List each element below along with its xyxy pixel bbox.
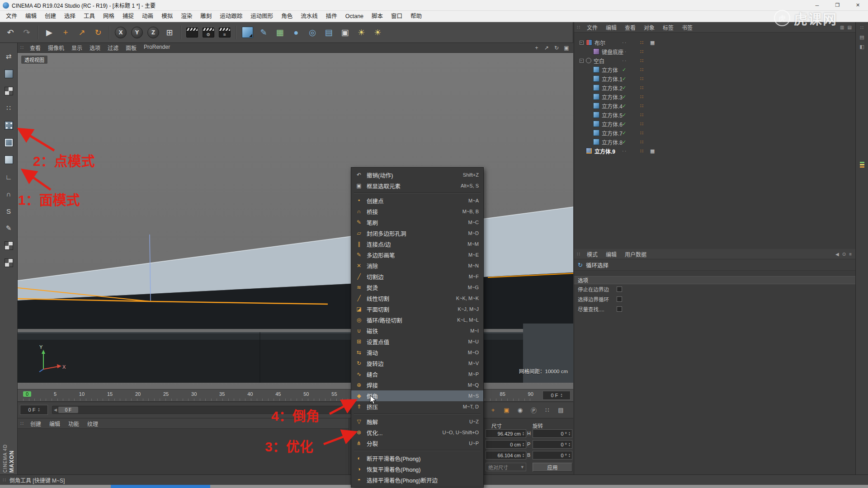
visibility-toggle[interactable]: ✓ [622,94,626,100]
convert-to-editable-button[interactable]: ⇄ [1,48,16,65]
visibility-toggle[interactable]: ✓ [622,103,626,109]
live-selection-button[interactable]: ▶ [42,24,57,41]
polygons-mode-button[interactable] [1,151,16,168]
menubar-item[interactable]: 窗口 [387,11,406,22]
viewport-menu-item[interactable]: 过滤 [104,44,122,52]
loop-path-cut[interactable]: ◎ 循环/路径切割 K~L, M~L [351,314,483,325]
zoom-view-button[interactable]: ↗ [542,44,551,52]
size-y-field[interactable]: 0 cm▴▾ [486,440,526,449]
object-name[interactable]: 立方体.6 [602,120,623,128]
object-row[interactable]: 立方体.6 ✓ ∷ [574,119,855,128]
layer-dots-icon[interactable]: ∷ [640,148,643,154]
floor-button[interactable]: ▤ [321,24,336,41]
slider-left-arrow-icon[interactable]: ◀ [52,408,58,412]
break-phong-shading[interactable]: ◐ 断开平滑着色(Phong) [351,453,483,464]
close-button[interactable]: ✕ [848,0,868,11]
pla-record-button[interactable]: ∷ [542,405,552,415]
spline-pen-button[interactable]: ✎ [256,24,271,41]
set-point-value[interactable]: ⊞ 设置点值 M~U [351,336,483,347]
texture-edit-button[interactable] [1,254,16,271]
object-name[interactable]: 立方体.4 [602,102,623,110]
spinner-icon[interactable]: ▴▾ [38,408,39,412]
deformer-button[interactable]: ◎ [305,24,320,41]
size-mode-dropdown[interactable]: 绝对尺寸 ▾ [486,463,526,471]
timeline-end-field[interactable]: 0 F ▴▾ [542,391,571,400]
subdivision-surface-button[interactable]: ▦ [272,24,288,41]
menubar-item[interactable]: 捕捉 [118,11,138,22]
visibility-toggle[interactable]: ✓ [622,121,626,127]
brush[interactable]: ✎ 笔刷 M~C [351,217,483,228]
record-options-button[interactable]: ▤ [556,405,566,415]
layer-dots-icon[interactable]: ∷ [640,139,643,145]
object-row[interactable]: 立方体.8 ✓ ∷ [574,137,855,146]
viewport-menu-item[interactable]: 选项 [86,44,104,52]
visibility-toggle[interactable]: ✓ [622,67,626,73]
menubar-item[interactable]: 创建 [41,11,60,22]
menubar-item[interactable]: 流水线 [297,11,322,22]
object-name[interactable]: 立方体.1 [602,75,623,83]
light-button-2[interactable]: ☀ [370,24,385,41]
connect-points-edges[interactable]: ∥ 连接点/边 M~M [351,239,483,249]
object-row[interactable]: − 空白 ·· ∷ [574,56,855,65]
viewport-canvas[interactable]: Y X 透视视图 网格间距：10000 cm [18,53,573,389]
workplane-mode-button[interactable]: ∟ [1,169,16,185]
object-name[interactable]: 立方体.9 [594,147,615,155]
object-row[interactable]: 立方体.4 ✓ ∷ [574,101,855,110]
magnet[interactable]: ∪ 磁铁 M~I [351,325,483,336]
object-row[interactable]: 立方体.9 ·· ∷ ▦ [574,146,855,155]
visibility-toggle[interactable]: ✓ [622,76,626,82]
rotation-b-field[interactable]: 0 °▴▾ [533,451,572,460]
object-name[interactable]: 立方体.8 [602,138,623,146]
enable-snap-button[interactable]: S [1,203,16,219]
visibility-toggle[interactable]: ✓ [622,130,626,136]
layer-dots-icon[interactable]: ∷ [640,76,643,82]
light-button[interactable]: ☀ [354,24,369,41]
object-name[interactable]: 键盘底座 [602,48,623,56]
viewport-menu-item[interactable]: 摄像机 [44,44,68,52]
option-checkbox[interactable] [617,286,622,292]
menubar-item[interactable]: 文件 [2,11,21,22]
record-button[interactable]: + [488,405,498,415]
separator[interactable] [109,26,110,39]
object-row[interactable]: − 布尔 ·· ∷ ▦ [574,38,855,47]
layer-dots-icon[interactable]: ∷ [640,67,643,73]
object-manager-menu-item[interactable]: 文件 [583,23,602,31]
iron[interactable]: ≋ 熨烫 M~G [351,282,483,293]
panel-tab-icon[interactable]: ◧ [859,44,864,50]
size-x-field[interactable]: 96.429 cm▴▾ [486,429,526,438]
material-menu-item[interactable]: 创建 [26,420,45,427]
expand-toggle[interactable]: − [580,41,584,45]
paint-tool-button[interactable]: ✎ [1,220,16,236]
autokey-button[interactable]: ▣ [501,405,512,415]
object-name[interactable]: 空白 [594,57,604,65]
object-name[interactable]: 立方体.7 [602,129,623,137]
visibility-toggle[interactable]: ·· [622,49,627,54]
viewport-menu-item[interactable]: ProRender [140,44,174,52]
menubar-item[interactable]: 选择 [60,11,80,22]
options-section-header[interactable]: 选项 [574,276,855,284]
render-settings-button[interactable]: ⚙ [201,24,216,41]
option-checkbox[interactable] [617,306,622,312]
unbreak-phong-shading[interactable]: ◑ 恢复平滑着色(Phong) [351,464,483,474]
edge-cut[interactable]: ╱ 切割边 M~F [351,271,483,282]
points-mode-button[interactable] [1,117,16,133]
separator[interactable] [236,26,236,39]
viewport-menu-item[interactable]: 面板 [122,44,140,52]
object-manager-menu-item[interactable]: 书签 [678,23,697,31]
object-row[interactable]: 立方体.3 ✓ ∷ [574,92,855,101]
visibility-toggle[interactable]: ✓ [622,139,626,145]
camera-button[interactable]: ▣ [337,24,353,41]
history-back-icon[interactable]: ◀ [835,252,839,257]
separator[interactable] [180,26,181,39]
stitch-and-sew[interactable]: ∿ 缝合 M~P [351,369,483,380]
melt[interactable]: ▽ 融解 U~Z [351,416,483,427]
visibility-toggle[interactable]: ·· [622,58,627,63]
menubar-item[interactable]: 动画 [138,11,157,22]
options-icon[interactable]: ≡ [849,252,852,257]
texture-view-button[interactable] [1,237,16,253]
object-name[interactable]: 立方体 [602,66,618,74]
slider-frame-chip[interactable]: 0 F [58,407,78,413]
viewport-menu-item[interactable]: 显示 [68,44,86,52]
object-name[interactable]: 立方体.2 [602,84,623,92]
line-cut[interactable]: ╱ 线性切割 K~K, M~K [351,293,483,304]
